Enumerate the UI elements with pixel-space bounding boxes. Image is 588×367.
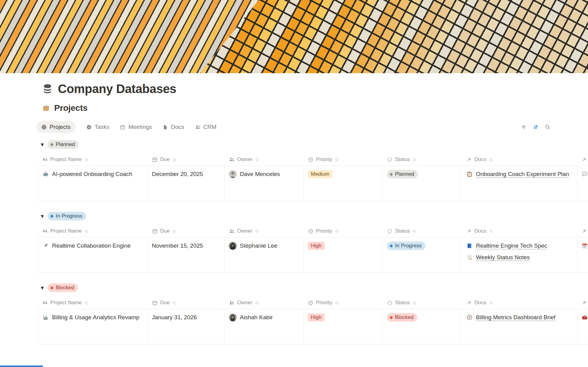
view-tabs: Projects Tasks Meetings Docs CRM (38, 120, 588, 134)
info-icon (335, 157, 339, 162)
relation-cell[interactable]: 17 (578, 238, 588, 272)
priority-badge: High (308, 313, 325, 321)
avatar (229, 313, 237, 321)
doc-link[interactable]: Billing Metrics Dashboard Brief (476, 314, 556, 321)
info-icon (172, 301, 177, 305)
collapse-triangle-icon[interactable]: ▼ (41, 214, 44, 219)
collapse-triangle-icon[interactable]: ▼ (41, 286, 44, 290)
column-header-status[interactable]: Status (383, 228, 461, 234)
group-header: ▼ Planned (41, 139, 588, 150)
info-icon (84, 301, 89, 305)
column-header-owner[interactable]: Owner (224, 156, 304, 163)
doc-link[interactable]: Weekly Status Notes (476, 254, 530, 261)
filter-icon[interactable] (521, 124, 527, 130)
info-icon (84, 157, 89, 162)
column-header-status[interactable]: Status (383, 156, 461, 163)
text-aa-icon (42, 228, 48, 234)
table-header-row: Project Name Due Owner Priority Status D… (38, 225, 588, 237)
owner-cell[interactable]: Aishah Kabir (224, 309, 304, 344)
column-header-docs[interactable]: Docs (461, 300, 578, 306)
info-icon (172, 229, 177, 234)
priority-cell[interactable]: Medium (304, 166, 383, 201)
doc-link[interactable]: Realtime Engine Tech Spec (476, 242, 547, 249)
due-cell[interactable]: November 15, 2025 (148, 238, 224, 272)
due-cell[interactable]: December 20, 2025 (148, 166, 224, 201)
project-name-cell[interactable]: Billing & Usage Analytics Revamp (38, 309, 148, 344)
tab-projects[interactable]: Projects (36, 121, 76, 133)
group-name: In Progress (56, 213, 82, 219)
info-icon (335, 229, 339, 234)
document-icon (162, 124, 168, 130)
info-icon (255, 229, 259, 234)
horizontal-scrollbar-thumb[interactable] (0, 365, 43, 367)
column-header-priority[interactable]: Priority (304, 300, 383, 306)
group-status-badge[interactable]: Planned (47, 140, 78, 149)
info-icon (489, 301, 493, 305)
tab-meetings[interactable]: Meetings (120, 124, 152, 130)
status-dot (51, 143, 53, 146)
doc-link[interactable]: Onboarding Coach Experiment Plan (476, 171, 569, 178)
priority-cell[interactable]: High (304, 238, 383, 272)
relation-cell[interactable] (578, 309, 588, 344)
column-header-relation[interactable] (578, 157, 588, 163)
project-name: AI-powered Onboarding Coach (52, 171, 132, 178)
collapse-triangle-icon[interactable]: ▼ (41, 142, 44, 147)
project-name-cell[interactable]: Realtime Collaboration Engine (38, 238, 148, 272)
page-cover-image (0, 0, 588, 73)
sort-icon[interactable] (533, 124, 539, 130)
column-header-relation[interactable] (578, 228, 588, 234)
column-header-due[interactable]: Due (148, 300, 224, 306)
column-header-project-name[interactable]: Project Name (38, 156, 148, 163)
status-cell[interactable]: Planned (383, 166, 461, 201)
owner-cell[interactable]: Dave Menceles (224, 166, 304, 201)
people-icon (229, 300, 235, 306)
due-date: December 20, 2025 (152, 171, 203, 178)
memo-icon (466, 254, 473, 261)
due-cell[interactable]: January 31, 2026 (148, 309, 224, 344)
people-icon (229, 157, 235, 163)
info-icon (255, 157, 259, 162)
column-header-status[interactable]: Status (383, 300, 461, 306)
group-status-badge[interactable]: In Progress (47, 212, 86, 220)
column-header-priority[interactable]: Priority (304, 156, 383, 163)
column-header-project-name[interactable]: Project Name (38, 228, 148, 234)
column-header-owner[interactable]: Owner (224, 228, 304, 234)
database-icon (42, 83, 53, 94)
relation-cell[interactable] (578, 166, 588, 201)
info-icon (84, 229, 89, 234)
tab-tasks[interactable]: Tasks (86, 124, 110, 130)
column-header-docs[interactable]: Docs (461, 228, 578, 234)
group-status-badge[interactable]: Blocked (47, 283, 78, 292)
status-badge: Planned (387, 170, 418, 178)
search-icon[interactable] (545, 124, 551, 130)
group-header: ▼ In Progress (41, 211, 588, 221)
column-header-relation[interactable] (578, 300, 588, 306)
column-header-owner[interactable]: Owner (224, 300, 304, 306)
group-header: ▼ Blocked (41, 283, 588, 293)
bar-chart-icon (42, 314, 49, 321)
svg-text:17: 17 (583, 245, 586, 248)
arrow-up-right-icon (581, 157, 587, 163)
owner-cell[interactable]: Stephanie Lee (224, 238, 304, 272)
project-name-cell[interactable]: AI-powered Onboarding Coach (38, 166, 148, 201)
status-cell[interactable]: In Progress (383, 238, 461, 272)
column-header-due[interactable]: Due (148, 228, 224, 234)
calendar-icon (152, 157, 158, 163)
priority-cell[interactable]: High (304, 309, 383, 344)
circle-chevron-icon (308, 300, 314, 306)
column-header-priority[interactable]: Priority (304, 228, 383, 234)
target-icon (41, 124, 47, 130)
status-cell[interactable]: Blocked (383, 309, 461, 344)
tab-crm[interactable]: CRM (195, 124, 217, 130)
info-icon (412, 157, 417, 162)
comment-bubble-icon (581, 171, 588, 178)
column-header-project-name[interactable]: Project Name (38, 300, 148, 306)
tab-docs[interactable]: Docs (162, 124, 184, 130)
database-title-row: Projects (42, 103, 588, 114)
table-row: Billing & Usage Analytics Revamp January… (38, 309, 588, 344)
column-header-docs[interactable]: Docs (461, 156, 578, 163)
owner-name: Dave Menceles (240, 171, 280, 178)
people-icon (195, 124, 201, 130)
due-date: January 31, 2026 (152, 314, 197, 321)
column-header-due[interactable]: Due (148, 156, 224, 163)
